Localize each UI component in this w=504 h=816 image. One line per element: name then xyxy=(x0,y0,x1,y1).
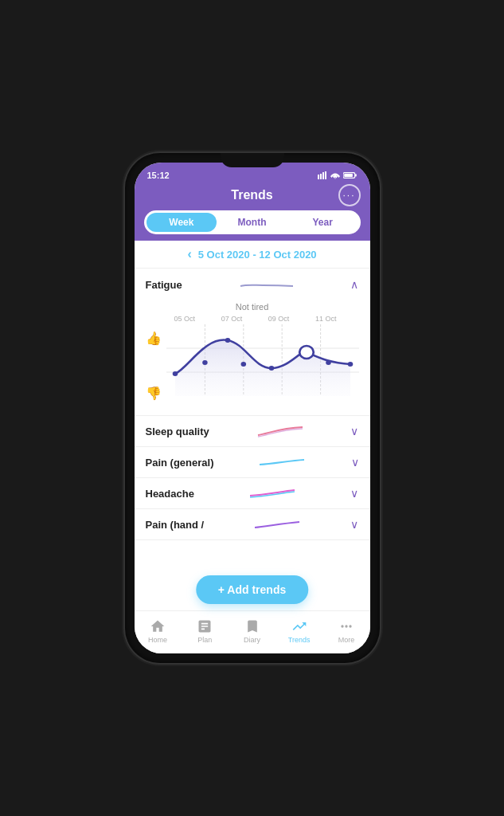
pain-hand-section: Pain (hand / ∨ xyxy=(135,509,370,540)
svg-point-18 xyxy=(268,366,274,371)
pain-hand-mini-chart xyxy=(253,517,301,532)
nav-more-label: More xyxy=(338,636,355,644)
fatigue-x-labels: 05 Oct 07 Oct 09 Oct 11 Oct xyxy=(146,315,359,323)
svg-point-16 xyxy=(225,338,230,343)
pain-general-chevron[interactable]: ∨ xyxy=(351,456,359,469)
nav-home-label: Home xyxy=(148,636,167,644)
phone-frame: 15:12 Trends ··· Week Month Year ‹ xyxy=(125,153,380,663)
pain-general-section: Pain (general) ∨ xyxy=(135,447,370,478)
diary-icon xyxy=(244,618,260,634)
svg-point-14 xyxy=(172,371,178,376)
plan-icon xyxy=(197,618,213,634)
svg-rect-0 xyxy=(318,175,319,179)
tab-bar: Week Month Year xyxy=(135,210,370,241)
fatigue-chart-area: Not tired 05 Oct 07 Oct 09 Oct 11 Oct 👍 … xyxy=(135,299,370,415)
sleep-quality-section: Sleep quality ∨ xyxy=(135,416,370,447)
svg-point-20 xyxy=(326,360,331,365)
chart-y-icons: 👍 👎 xyxy=(146,324,162,407)
svg-rect-3 xyxy=(325,171,326,179)
trends-icon xyxy=(291,618,307,634)
svg-point-24 xyxy=(349,625,351,627)
status-time: 15:12 xyxy=(147,171,170,180)
pain-general-title: Pain (general) xyxy=(146,457,214,469)
svg-point-21 xyxy=(347,362,353,367)
more-options-icon: ··· xyxy=(342,190,355,200)
x-label-1: 07 Oct xyxy=(221,315,243,323)
pain-hand-title: Pain (hand / xyxy=(146,519,205,531)
fatigue-not-tired-label: Not tired xyxy=(146,302,359,312)
x-label-2: 09 Oct xyxy=(268,315,290,323)
nav-plan-label: Plan xyxy=(197,636,212,644)
svg-point-17 xyxy=(240,362,246,367)
svg-point-23 xyxy=(341,625,343,627)
add-trends-button[interactable]: + Add trends xyxy=(196,575,308,604)
headache-chevron[interactable]: ∨ xyxy=(350,487,358,500)
headache-section: Headache ∨ xyxy=(135,478,370,509)
more-icon xyxy=(338,618,354,634)
nav-home[interactable]: Home xyxy=(135,618,182,644)
date-range-text: 5 Oct 2020 - 12 Oct 2020 xyxy=(198,249,317,261)
svg-point-4 xyxy=(334,178,335,178)
header-title: Trends xyxy=(231,188,272,202)
nav-diary-label: Diary xyxy=(244,636,260,644)
sleep-quality-mini-chart xyxy=(256,424,304,438)
phone-screen: 15:12 Trends ··· Week Month Year ‹ xyxy=(135,163,370,653)
headache-title: Headache xyxy=(146,488,194,500)
sleep-quality-chevron[interactable]: ∨ xyxy=(350,425,358,437)
fatigue-chevron[interactable]: ∧ xyxy=(350,278,358,291)
thumbs-up-icon: 👍 xyxy=(146,331,162,346)
more-options-button[interactable]: ··· xyxy=(338,184,361,206)
content-area: Fatigue ∧ Not tired 05 Oct 07 Oct 09 Oct… xyxy=(135,269,370,610)
fatigue-header: Fatigue ∧ xyxy=(135,269,370,299)
svg-rect-7 xyxy=(344,174,353,177)
fatigue-title: Fatigue xyxy=(146,279,182,291)
pain-general-mini-chart xyxy=(258,455,306,469)
headache-mini-chart xyxy=(248,486,296,500)
status-icons xyxy=(318,171,357,179)
nav-more[interactable]: More xyxy=(322,618,369,644)
fatigue-section: Fatigue ∧ Not tired 05 Oct 07 Oct 09 Oct… xyxy=(135,269,370,416)
header: Trends ··· xyxy=(135,183,370,210)
nav-trends[interactable]: Trends xyxy=(275,618,322,644)
nav-trends-label: Trends xyxy=(288,636,311,644)
fatigue-chart-main: 👍 👎 xyxy=(146,324,359,407)
tab-year[interactable]: Year xyxy=(287,213,358,232)
pain-hand-chevron[interactable]: ∨ xyxy=(350,518,358,531)
bottom-spacer xyxy=(135,540,370,579)
nav-diary[interactable]: Diary xyxy=(229,618,275,644)
prev-date-button[interactable]: ‹ xyxy=(187,247,191,261)
tab-month[interactable]: Month xyxy=(217,213,287,232)
svg-rect-6 xyxy=(355,174,357,176)
svg-rect-2 xyxy=(322,172,324,179)
tab-week[interactable]: Week xyxy=(147,213,217,232)
fatigue-mini-chart xyxy=(239,277,295,292)
fatigue-chart-svg xyxy=(166,324,359,407)
x-label-3: 11 Oct xyxy=(315,315,337,323)
x-label-0: 05 Oct xyxy=(174,315,196,323)
nav-plan[interactable]: Plan xyxy=(182,618,229,644)
date-nav: ‹ 5 Oct 2020 - 12 Oct 2020 xyxy=(135,241,370,269)
home-icon xyxy=(150,618,166,634)
svg-point-19 xyxy=(299,346,314,359)
svg-point-15 xyxy=(202,360,208,365)
bottom-nav: Home Plan Diary Trends xyxy=(135,610,370,653)
tab-pills: Week Month Year xyxy=(144,210,361,234)
svg-rect-1 xyxy=(320,174,322,179)
sleep-quality-title: Sleep quality xyxy=(146,426,209,437)
thumbs-down-icon: 👎 xyxy=(146,386,162,401)
svg-point-22 xyxy=(345,625,347,627)
notch xyxy=(221,153,284,167)
